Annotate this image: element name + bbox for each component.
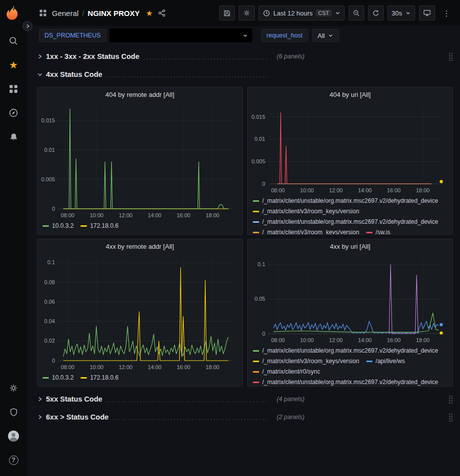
clock-icon [263,9,270,17]
svg-text:14:00: 14:00 [148,364,162,370]
grafana-logo-icon[interactable] [5,5,22,22]
row-drag-handle[interactable] [449,395,453,404]
cycle-view-mode-button[interactable] [419,5,435,20]
datasource-variable-label[interactable]: DS_PROMETHEUS [39,29,106,42]
series-color-marker [366,361,373,362]
breadcrumb-separator: / [82,9,84,17]
svg-text:16:00: 16:00 [177,212,191,218]
search-icon[interactable] [4,31,23,50]
apps-grid-icon[interactable] [39,9,47,17]
svg-text:0: 0 [52,358,55,364]
chevron-right-icon [37,414,43,420]
panel-4xx-by-remote-addr: 4xx by remote addr [All] 00.020.040.060.… [37,239,243,387]
legend-item[interactable]: /_matrix/client/unstable/org.matrix.msc2… [253,346,438,356]
panel-title[interactable]: 404 by uri [All] [248,87,453,101]
svg-text:14:00: 14:00 [358,337,372,343]
request-host-variable-dropdown[interactable]: All [312,29,339,42]
share-icon[interactable] [158,9,166,17]
kebab-menu-icon[interactable]: ⋮ [439,5,454,20]
help-icon[interactable]: ? [4,451,23,470]
time-range-picker[interactable]: Last 12 hours CST [259,5,345,20]
chevron-right-icon [37,396,43,402]
series-color-marker [253,221,259,223]
configuration-gear-icon[interactable] [4,379,23,398]
legend-label: 10.0.3.2 [52,221,73,231]
row-title: 5xx Status Code [46,395,102,403]
svg-text:0.01: 0.01 [44,147,55,153]
row-panel-count: (4 panels) [277,396,305,403]
zoom-out-button[interactable] [349,5,364,20]
legend-item[interactable]: /_matrix/client/unstable/org.matrix.msc2… [253,217,438,227]
legend-item[interactable]: 172.18.0.6 [80,221,118,231]
series-color-marker [253,211,259,212]
dashboard-settings-button[interactable] [239,5,255,20]
svg-text:18:00: 18:00 [206,212,220,218]
svg-text:12:00: 12:00 [119,364,133,370]
panel-legend: /_matrix/client/unstable/org.matrix.msc2… [248,346,453,386]
request-host-variable-label[interactable]: request_host [261,29,308,42]
svg-text:16:00: 16:00 [387,187,401,193]
breadcrumb-dashboard-title[interactable]: NGINX PROXY [88,9,140,17]
legend-item[interactable]: 172.18.0.6 [80,373,118,383]
row-drag-handle[interactable] [449,413,453,422]
legend-label: /_matrix/client/unstable/org.matrix.msc2… [262,346,438,356]
panel-title[interactable]: 4xx by remote addr [All] [37,239,242,253]
sidebar-expand-button[interactable] [22,21,32,31]
legend-item[interactable]: /_matrix/client/unstable/org.matrix.msc2… [253,196,438,206]
svg-text:18:00: 18:00 [416,187,430,193]
svg-text:0.1: 0.1 [47,259,55,265]
panel-title[interactable]: 404 by remote addr [All] [37,87,242,101]
dashboards-icon[interactable] [4,79,23,98]
refresh-interval-dropdown[interactable]: 30s [388,5,415,20]
row-panel-count: (6 panels) [277,53,305,60]
request-host-value: All [318,32,325,39]
starred-dashboards-icon[interactable]: ★ [4,55,23,74]
alerting-bell-icon[interactable] [4,127,23,146]
series-color-marker [80,377,87,379]
series-color-marker [253,200,259,202]
legend-item[interactable]: /api/live/ws [366,356,405,367]
svg-text:10:00: 10:00 [90,212,104,218]
legend-item[interactable]: /sw.js [366,227,390,234]
series-color-marker [253,361,259,362]
time-series-chart: 00.0050.010.01508:0010:0012:0014:0016:00… [250,101,450,196]
series-color-marker [42,377,49,379]
svg-text:08:00: 08:00 [271,187,285,193]
legend-label: /_matrix/client/unstable/org.matrix.msc2… [262,196,438,206]
legend-label: /sw.js [376,227,390,234]
user-avatar[interactable] [4,427,23,446]
legend-item[interactable]: /_matrix/client/v3/room_keys/version [253,356,359,367]
legend-item[interactable]: /_matrix/client/unstable/org.matrix.msc2… [253,377,438,386]
favorite-star-icon[interactable]: ★ [146,8,153,18]
breadcrumb-folder[interactable]: General [52,9,78,17]
panel-404-by-uri: 404 by uri [All] 00.0050.010.01508:0010:… [247,87,453,235]
explore-compass-icon[interactable] [4,103,23,122]
row-6xx-status-code[interactable]: 6xx > Status Code ......................… [37,410,453,425]
svg-text:08:00: 08:00 [271,337,285,343]
save-dashboard-button[interactable] [219,5,235,20]
legend-item[interactable]: 10.0.3.2 [42,373,73,383]
legend-item[interactable]: /_matrix/client/v3/room_keys/version [253,206,359,217]
panel-title[interactable]: 4xx by uri [All] [248,239,453,253]
svg-text:18:00: 18:00 [416,337,430,343]
svg-text:0.02: 0.02 [44,338,55,344]
server-admin-shield-icon[interactable] [4,403,23,422]
row-4xx-status-code[interactable]: 4xx Status Code ........................… [37,67,453,82]
row-drag-handle[interactable] [449,52,453,61]
chevron-right-icon [37,53,43,59]
svg-text:12:00: 12:00 [119,212,133,218]
svg-text:0.1: 0.1 [258,261,265,267]
legend-item[interactable]: /_matrix/client/r0/sync [253,367,320,377]
row-panel-count: (2 panels) [277,414,305,421]
datasource-variable-dropdown[interactable] [109,28,252,42]
legend-item[interactable]: /_matrix/client/v3/room_keys/version [253,227,359,234]
legend-item[interactable]: 10.0.3.2 [42,221,73,231]
timezone-badge: CST [316,9,332,16]
panel-legend: 10.0.3.2172.18.0.6 [37,221,242,231]
refresh-button[interactable] [368,5,384,20]
row-5xx-status-code[interactable]: 5xx Status Code ........................… [37,392,453,407]
legend-label: /_matrix/client/r0/sync [262,367,320,377]
svg-text:14:00: 14:00 [358,187,372,193]
row-1xx-3xx-2xx-status-code[interactable]: 1xx - 3xx - 2xx Status Code ............… [37,49,453,64]
legend-label: /api/live/ws [376,356,405,367]
